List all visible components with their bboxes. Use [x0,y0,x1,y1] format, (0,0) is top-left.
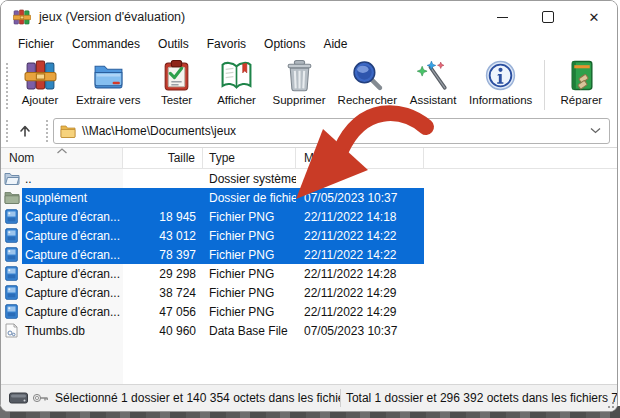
file-type: Fichier PNG [203,210,296,224]
file-row-8[interactable]: Thumbs.db40 960Data Base File07/05/2023 … [1,321,617,340]
file-modified: 22/11/2022 14:28 [296,267,424,281]
maximize-button[interactable] [525,1,571,33]
list-header: Nom Taille Type Modifié [1,148,617,169]
file-row-1[interactable]: supplémentDossier de fichiers07/05/2023 … [1,188,617,207]
view-button[interactable]: Afficher [207,58,267,107]
file-list: Nom Taille Type Modifié ..Dossier systèm… [1,147,617,384]
file-row-body[interactable]: Capture d'écran...43 012Fichier PNG22/11… [22,226,424,245]
file-name: Capture d'écran... [22,210,123,224]
file-row-parent[interactable]: ..Dossier système [1,169,617,188]
menu-bar: Fichier Commandes Outils Favoris Options… [1,33,617,54]
file-row-body[interactable]: ..Dossier système [22,169,424,188]
menu-options[interactable]: Options [255,35,314,53]
test-button[interactable]: Tester [147,58,207,107]
png-file-icon [1,266,22,281]
file-row-body[interactable]: Capture d'écran...18 945Fichier PNG22/11… [22,207,424,226]
search-button[interactable]: Rechercher [332,58,403,107]
extract-to-button[interactable]: Extraire vers [70,58,147,107]
menu-favoris[interactable]: Favoris [198,35,255,53]
address-combobox[interactable]: \\Mac\Home\Documents\jeux [53,118,610,144]
resize-grip-handle[interactable] [604,398,614,408]
file-size: 29 298 [123,267,203,281]
menu-aide[interactable]: Aide [314,35,356,53]
up-one-level-button[interactable] [11,119,39,143]
menu-fichier[interactable]: Fichier [9,35,63,53]
file-row-7[interactable]: Capture d'écran...47 056Fichier PNG22/11… [1,302,617,321]
file-row-4[interactable]: Capture d'écran...78 397Fichier PNG22/11… [1,245,617,264]
column-header-type[interactable]: Type [203,148,296,168]
file-row-5[interactable]: Capture d'écran...29 298Fichier PNG22/11… [1,264,617,283]
column-header-modifie[interactable]: Modifié [296,148,424,168]
info-button-label: Informations [469,94,532,106]
test-clipboard-icon [160,59,193,92]
file-name: supplément [22,191,123,205]
info-button[interactable]: Informations [463,58,538,107]
file-name: Thumbs.db [22,324,123,338]
file-type: Fichier PNG [203,248,296,262]
file-name: Capture d'écran... [22,305,123,319]
wizard-button[interactable]: Assistant [403,58,463,107]
view-button-label: Afficher [217,94,256,106]
file-type: Fichier PNG [203,305,296,319]
minimize-button[interactable] [479,1,525,33]
sort-ascending-icon [56,148,68,154]
column-header-taille[interactable]: Taille [123,148,203,168]
status-selected-info: Sélectionné 1 dossier et 140 354 octets … [55,389,341,407]
extract-to-button-label: Extraire vers [76,94,141,106]
file-row-3[interactable]: Capture d'écran...43 012Fichier PNG22/11… [1,226,617,245]
view-book-icon [220,59,253,92]
png-file-icon [1,285,22,300]
file-type: Data Base File [203,324,296,338]
search-magnifier-icon [351,59,384,92]
file-modified: 07/05/2023 10:37 [296,191,424,205]
wizard-wand-icon [417,59,450,92]
file-row-body[interactable]: Capture d'écran...47 056Fichier PNG22/11… [22,302,424,321]
address-bar-gripper[interactable] [4,119,9,143]
file-type: Fichier PNG [203,286,296,300]
maximize-icon [542,11,554,23]
file-size: 78 397 [123,248,203,262]
file-size: 38 724 [123,286,203,300]
file-row-body[interactable]: Capture d'écran...29 298Fichier PNG22/11… [22,264,424,283]
menu-commandes[interactable]: Commandes [63,35,149,53]
file-row-body[interactable]: Capture d'écran...38 724Fichier PNG22/11… [22,283,424,302]
disk-drive-icon[interactable] [9,392,28,404]
file-row-6[interactable]: Capture d'écran...38 724Fichier PNG22/11… [1,283,617,302]
db-file-icon [1,323,22,338]
column-header-filler [424,148,617,168]
delete-button[interactable]: Supprimer [267,58,332,107]
menu-outils[interactable]: Outils [149,35,198,53]
file-type: Dossier système [203,172,296,186]
file-type: Dossier de fichiers [203,191,296,205]
file-name: .. [22,172,123,186]
address-combo-gripper[interactable] [44,119,49,143]
archive-books-icon [24,59,57,92]
file-row-body[interactable]: Thumbs.db40 960Data Base File07/05/2023 … [22,321,424,340]
file-name: Capture d'écran... [22,267,123,281]
file-modified: 07/05/2023 10:37 [296,324,424,338]
repair-button[interactable]: Réparer [551,58,611,107]
chevron-down-icon[interactable] [590,127,601,134]
up-arrow-icon [18,124,32,138]
extract-folder-icon [92,59,125,92]
file-type: Fichier PNG [203,267,296,281]
file-size: 40 960 [123,324,203,338]
file-modified: 22/11/2022 14:29 [296,305,424,319]
file-row-body[interactable]: Capture d'écran...78 397Fichier PNG22/11… [22,245,424,264]
toolbar-separator [544,60,545,110]
key-icon[interactable] [32,392,49,404]
file-size: 18 945 [123,210,203,224]
file-row-body[interactable]: supplémentDossier de fichiers07/05/2023 … [22,188,424,207]
add-button[interactable]: Ajouter [10,58,70,107]
status-bar: Sélectionné 1 dossier et 140 354 octets … [1,384,617,411]
add-button-label: Ajouter [22,94,58,106]
trash-icon [283,59,316,92]
close-button[interactable]: ✕ [571,1,617,33]
address-path[interactable]: \\Mac\Home\Documents\jeux [82,124,590,138]
test-button-label: Tester [161,94,192,106]
file-name: Capture d'écran... [22,229,123,243]
png-file-icon [1,228,22,243]
list-rows: ..Dossier systèmesupplémentDossier de fi… [1,169,617,340]
file-row-2[interactable]: Capture d'écran...18 945Fichier PNG22/11… [1,207,617,226]
toolbar-gripper[interactable] [4,62,9,110]
